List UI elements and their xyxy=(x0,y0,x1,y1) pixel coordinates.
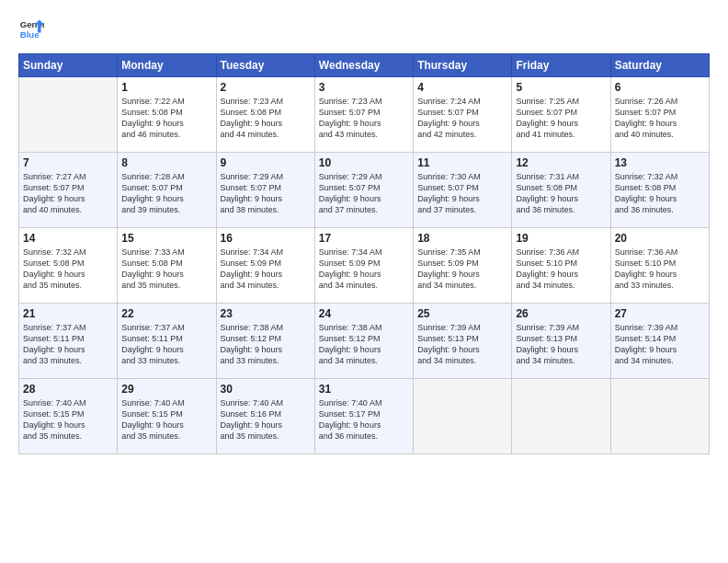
day-info: Sunrise: 7:37 AM Sunset: 5:11 PM Dayligh… xyxy=(23,322,113,367)
svg-text:Blue: Blue xyxy=(20,29,40,40)
day-number: 14 xyxy=(23,232,113,245)
day-number: 28 xyxy=(23,383,113,396)
day-number: 22 xyxy=(121,307,211,320)
header: General Blue xyxy=(18,17,710,42)
calendar-day-27: 27Sunrise: 7:39 AM Sunset: 5:14 PM Dayli… xyxy=(610,304,709,379)
calendar-day-9: 9Sunrise: 7:29 AM Sunset: 5:07 PM Daylig… xyxy=(216,153,314,228)
day-info: Sunrise: 7:24 AM Sunset: 5:07 PM Dayligh… xyxy=(417,96,507,141)
day-info: Sunrise: 7:27 AM Sunset: 5:07 PM Dayligh… xyxy=(23,171,113,216)
day-info: Sunrise: 7:31 AM Sunset: 5:08 PM Dayligh… xyxy=(516,171,606,216)
day-number: 4 xyxy=(417,81,507,94)
calendar-day-16: 16Sunrise: 7:34 AM Sunset: 5:09 PM Dayli… xyxy=(216,228,314,304)
day-number: 31 xyxy=(319,383,409,396)
day-info: Sunrise: 7:34 AM Sunset: 5:09 PM Dayligh… xyxy=(319,247,409,292)
day-number: 30 xyxy=(221,383,311,396)
logo-icon: General Blue xyxy=(18,17,44,42)
calendar-page: General Blue SundayMondayTuesdayWednesda… xyxy=(0,0,728,563)
day-info: Sunrise: 7:22 AM Sunset: 5:08 PM Dayligh… xyxy=(121,96,211,141)
weekday-header-tuesday: Tuesday xyxy=(216,54,314,77)
calendar-day-18: 18Sunrise: 7:35 AM Sunset: 5:09 PM Dayli… xyxy=(414,228,512,304)
day-number: 7 xyxy=(23,156,113,169)
day-info: Sunrise: 7:29 AM Sunset: 5:07 PM Dayligh… xyxy=(221,171,311,216)
day-number: 13 xyxy=(615,156,705,169)
calendar-week-row: 28Sunrise: 7:40 AM Sunset: 5:15 PM Dayli… xyxy=(19,379,710,454)
day-number: 15 xyxy=(121,232,211,245)
calendar-day-25: 25Sunrise: 7:39 AM Sunset: 5:13 PM Dayli… xyxy=(414,304,512,379)
day-number: 24 xyxy=(319,307,409,320)
day-info: Sunrise: 7:30 AM Sunset: 5:07 PM Dayligh… xyxy=(417,171,507,216)
day-info: Sunrise: 7:38 AM Sunset: 5:12 PM Dayligh… xyxy=(319,322,409,367)
calendar-day-7: 7Sunrise: 7:27 AM Sunset: 5:07 PM Daylig… xyxy=(19,153,118,228)
day-number: 10 xyxy=(319,156,409,169)
calendar-day-17: 17Sunrise: 7:34 AM Sunset: 5:09 PM Dayli… xyxy=(314,228,413,304)
day-number: 25 xyxy=(417,307,507,320)
day-number: 20 xyxy=(615,232,705,245)
calendar-day-10: 10Sunrise: 7:29 AM Sunset: 5:07 PM Dayli… xyxy=(314,153,413,228)
day-info: Sunrise: 7:38 AM Sunset: 5:12 PM Dayligh… xyxy=(221,322,311,367)
day-info: Sunrise: 7:34 AM Sunset: 5:09 PM Dayligh… xyxy=(221,247,311,292)
day-number: 21 xyxy=(23,307,113,320)
day-info: Sunrise: 7:23 AM Sunset: 5:07 PM Dayligh… xyxy=(319,96,409,141)
day-info: Sunrise: 7:36 AM Sunset: 5:10 PM Dayligh… xyxy=(516,247,606,292)
day-info: Sunrise: 7:39 AM Sunset: 5:13 PM Dayligh… xyxy=(417,322,507,367)
day-number: 19 xyxy=(516,232,606,245)
day-number: 12 xyxy=(516,156,606,169)
calendar-day-12: 12Sunrise: 7:31 AM Sunset: 5:08 PM Dayli… xyxy=(512,153,610,228)
day-info: Sunrise: 7:26 AM Sunset: 5:07 PM Dayligh… xyxy=(615,96,705,141)
calendar-day-24: 24Sunrise: 7:38 AM Sunset: 5:12 PM Dayli… xyxy=(314,304,413,379)
calendar-day-5: 5Sunrise: 7:25 AM Sunset: 5:07 PM Daylig… xyxy=(512,77,610,153)
day-number: 29 xyxy=(121,383,211,396)
day-number: 23 xyxy=(221,307,311,320)
weekday-header-thursday: Thursday xyxy=(414,54,512,77)
calendar-week-row: 14Sunrise: 7:32 AM Sunset: 5:08 PM Dayli… xyxy=(19,228,710,304)
day-number: 17 xyxy=(319,232,409,245)
weekday-header-wednesday: Wednesday xyxy=(314,54,413,77)
calendar-day-8: 8Sunrise: 7:28 AM Sunset: 5:07 PM Daylig… xyxy=(118,153,216,228)
day-number: 9 xyxy=(221,156,311,169)
day-info: Sunrise: 7:40 AM Sunset: 5:15 PM Dayligh… xyxy=(23,397,113,442)
calendar-day-13: 13Sunrise: 7:32 AM Sunset: 5:08 PM Dayli… xyxy=(610,153,709,228)
logo: General Blue xyxy=(18,17,48,42)
day-number: 3 xyxy=(319,81,409,94)
calendar-day-empty xyxy=(512,379,610,454)
calendar-day-4: 4Sunrise: 7:24 AM Sunset: 5:07 PM Daylig… xyxy=(414,77,512,153)
day-info: Sunrise: 7:29 AM Sunset: 5:07 PM Dayligh… xyxy=(319,171,409,216)
day-info: Sunrise: 7:36 AM Sunset: 5:10 PM Dayligh… xyxy=(615,247,705,292)
day-info: Sunrise: 7:28 AM Sunset: 5:07 PM Dayligh… xyxy=(121,171,211,216)
calendar-day-6: 6Sunrise: 7:26 AM Sunset: 5:07 PM Daylig… xyxy=(610,77,709,153)
calendar-day-31: 31Sunrise: 7:40 AM Sunset: 5:17 PM Dayli… xyxy=(314,379,413,454)
day-info: Sunrise: 7:40 AM Sunset: 5:16 PM Dayligh… xyxy=(221,397,311,442)
day-number: 18 xyxy=(417,232,507,245)
calendar-day-15: 15Sunrise: 7:33 AM Sunset: 5:08 PM Dayli… xyxy=(118,228,216,304)
day-number: 8 xyxy=(121,156,211,169)
day-number: 27 xyxy=(615,307,705,320)
calendar-day-empty xyxy=(19,77,118,153)
calendar-day-30: 30Sunrise: 7:40 AM Sunset: 5:16 PM Dayli… xyxy=(216,379,314,454)
day-info: Sunrise: 7:35 AM Sunset: 5:09 PM Dayligh… xyxy=(417,247,507,292)
calendar-day-22: 22Sunrise: 7:37 AM Sunset: 5:11 PM Dayli… xyxy=(118,304,216,379)
calendar-day-29: 29Sunrise: 7:40 AM Sunset: 5:15 PM Dayli… xyxy=(118,379,216,454)
calendar-day-1: 1Sunrise: 7:22 AM Sunset: 5:08 PM Daylig… xyxy=(118,77,216,153)
calendar-day-3: 3Sunrise: 7:23 AM Sunset: 5:07 PM Daylig… xyxy=(314,77,413,153)
calendar-day-2: 2Sunrise: 7:23 AM Sunset: 5:08 PM Daylig… xyxy=(216,77,314,153)
calendar-day-21: 21Sunrise: 7:37 AM Sunset: 5:11 PM Dayli… xyxy=(19,304,118,379)
day-info: Sunrise: 7:39 AM Sunset: 5:13 PM Dayligh… xyxy=(516,322,606,367)
day-info: Sunrise: 7:23 AM Sunset: 5:08 PM Dayligh… xyxy=(221,96,311,141)
day-number: 1 xyxy=(121,81,211,94)
day-number: 6 xyxy=(615,81,705,94)
calendar-day-14: 14Sunrise: 7:32 AM Sunset: 5:08 PM Dayli… xyxy=(19,228,118,304)
day-info: Sunrise: 7:39 AM Sunset: 5:14 PM Dayligh… xyxy=(615,322,705,367)
day-number: 11 xyxy=(417,156,507,169)
calendar-day-20: 20Sunrise: 7:36 AM Sunset: 5:10 PM Dayli… xyxy=(610,228,709,304)
weekday-header-row: SundayMondayTuesdayWednesdayThursdayFrid… xyxy=(19,54,710,77)
calendar-table: SundayMondayTuesdayWednesdayThursdayFrid… xyxy=(18,53,710,454)
weekday-header-monday: Monday xyxy=(118,54,216,77)
calendar-week-row: 21Sunrise: 7:37 AM Sunset: 5:11 PM Dayli… xyxy=(19,304,710,379)
calendar-day-empty xyxy=(610,379,709,454)
day-info: Sunrise: 7:40 AM Sunset: 5:15 PM Dayligh… xyxy=(121,397,211,442)
calendar-week-row: 1Sunrise: 7:22 AM Sunset: 5:08 PM Daylig… xyxy=(19,77,710,153)
calendar-day-26: 26Sunrise: 7:39 AM Sunset: 5:13 PM Dayli… xyxy=(512,304,610,379)
day-number: 26 xyxy=(516,307,606,320)
day-info: Sunrise: 7:40 AM Sunset: 5:17 PM Dayligh… xyxy=(319,397,409,442)
calendar-day-empty xyxy=(414,379,512,454)
